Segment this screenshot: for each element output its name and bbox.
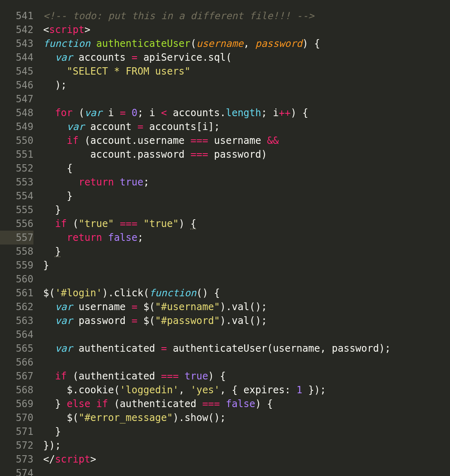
code-token: "true": [143, 218, 179, 229]
code-token: =: [161, 343, 167, 354]
code-line[interactable]: account.password === password): [43, 148, 450, 161]
line-number: 568: [0, 383, 33, 397]
code-token: return: [67, 232, 102, 243]
code-line[interactable]: [43, 328, 450, 342]
code-line[interactable]: return false;: [43, 231, 450, 245]
code-line[interactable]: }: [43, 189, 450, 203]
code-token: $(: [137, 315, 155, 326]
line-number: 544: [0, 51, 33, 64]
code-token: script: [49, 24, 84, 35]
code-token: (: [67, 218, 79, 229]
code-token: else: [67, 398, 90, 410]
code-token: =: [137, 121, 143, 132]
code-line[interactable]: $.cookie('loggedin', 'yes', { expires: 1…: [43, 383, 450, 397]
code-token: ).val();: [220, 315, 267, 326]
code-line[interactable]: {: [43, 161, 450, 175]
code-line[interactable]: for (var i = 0; i < accounts.length; i++…: [43, 106, 450, 120]
line-number: 555: [0, 203, 33, 217]
code-token: [43, 66, 67, 77]
code-token: accounts[i];: [143, 121, 220, 132]
code-token: {: [43, 163, 73, 174]
code-token: ).click(: [102, 287, 150, 299]
code-token: 1: [296, 384, 302, 396]
code-line[interactable]: $('#login').click(function() {: [43, 286, 450, 300]
code-token: =: [132, 301, 137, 313]
code-token: (authenticated: [67, 370, 161, 382]
code-line[interactable]: if (authenticated === true) {: [43, 369, 450, 383]
code-line[interactable]: return true;: [43, 175, 450, 189]
code-token: authenticateUser(username, password);: [167, 343, 390, 354]
code-token: }: [43, 398, 67, 410]
code-token: $(: [137, 301, 155, 313]
code-token: [220, 398, 226, 410]
code-token: ).val();: [220, 301, 267, 313]
code-line[interactable]: } else if (authenticated === false) {: [43, 397, 450, 411]
code-token: (account.username: [79, 135, 191, 146]
code-line[interactable]: <!-- todo: put this in a different file!…: [43, 9, 450, 23]
code-token: ===: [120, 218, 137, 229]
code-token: >: [84, 24, 90, 35]
code-content[interactable]: <!-- todo: put this in a different file!…: [41, 0, 450, 476]
line-number: 545: [0, 64, 33, 78]
code-line[interactable]: $("#error_message").show();: [43, 411, 450, 425]
code-token: true: [120, 176, 143, 188]
code-line[interactable]: var accounts = apiService.sql(: [43, 51, 450, 64]
line-number-gutter: 5415425435445455465475485495505515525535…: [0, 0, 41, 476]
code-token: [43, 343, 55, 354]
code-line[interactable]: if ("true" === "true") {: [43, 217, 450, 231]
code-token: accounts: [73, 52, 132, 63]
code-token: i: [102, 107, 120, 119]
code-editor[interactable]: 5415425435445455465475485495505515525535…: [0, 0, 450, 476]
code-token: ;: [143, 176, 149, 188]
code-token: username: [196, 38, 244, 49]
code-line[interactable]: if (account.username === username &&: [43, 134, 450, 148]
code-token: [114, 176, 119, 188]
code-line[interactable]: var username = $("#username").val();: [43, 300, 450, 314]
code-token: true: [185, 370, 208, 382]
code-line[interactable]: <script>: [43, 23, 450, 37]
line-number: 564: [0, 328, 33, 342]
code-line[interactable]: var account = accounts[i];: [43, 120, 450, 134]
code-token: [90, 398, 96, 410]
code-line[interactable]: }: [43, 425, 450, 439]
code-line[interactable]: });: [43, 439, 450, 452]
code-token: =: [132, 315, 137, 326]
code-token: [114, 218, 119, 229]
code-token: password: [255, 38, 302, 49]
code-line[interactable]: );: [43, 78, 450, 92]
code-line[interactable]: }: [43, 258, 450, 272]
code-line[interactable]: }: [43, 203, 450, 217]
line-number: 548: [0, 106, 33, 120]
code-line[interactable]: var authenticated = authenticateUser(use…: [43, 342, 450, 355]
code-line[interactable]: [43, 355, 450, 369]
code-line[interactable]: [43, 466, 450, 476]
line-number: 543: [0, 37, 33, 51]
code-token: }: [55, 246, 61, 257]
code-token: [102, 232, 108, 243]
code-line[interactable]: function authenticateUser(username, pass…: [43, 37, 450, 51]
code-token: false: [108, 232, 137, 243]
code-token: "SELECT * FROM users": [67, 66, 190, 77]
code-line[interactable]: }: [43, 245, 450, 258]
code-token: (: [73, 107, 84, 119]
line-number: 554: [0, 189, 33, 203]
code-token: ===: [190, 135, 208, 146]
code-line[interactable]: "SELECT * FROM users": [43, 64, 450, 78]
code-line[interactable]: var password = $("#password").val();: [43, 314, 450, 328]
line-number: 558: [0, 245, 33, 258]
line-number: 572: [0, 439, 33, 452]
code-token: [90, 38, 96, 49]
code-token: [126, 107, 131, 119]
line-number: 559: [0, 258, 33, 272]
line-number: 541: [0, 9, 33, 23]
code-token: [43, 218, 55, 229]
line-number: 563: [0, 314, 33, 328]
code-token: length: [226, 107, 261, 119]
code-token: <: [161, 107, 167, 119]
code-token: ===: [190, 149, 208, 160]
code-line[interactable]: </script>: [43, 452, 450, 466]
code-token: ++: [279, 107, 291, 119]
code-line[interactable]: [43, 272, 450, 286]
code-line[interactable]: [43, 92, 450, 106]
line-number: 549: [0, 120, 33, 134]
